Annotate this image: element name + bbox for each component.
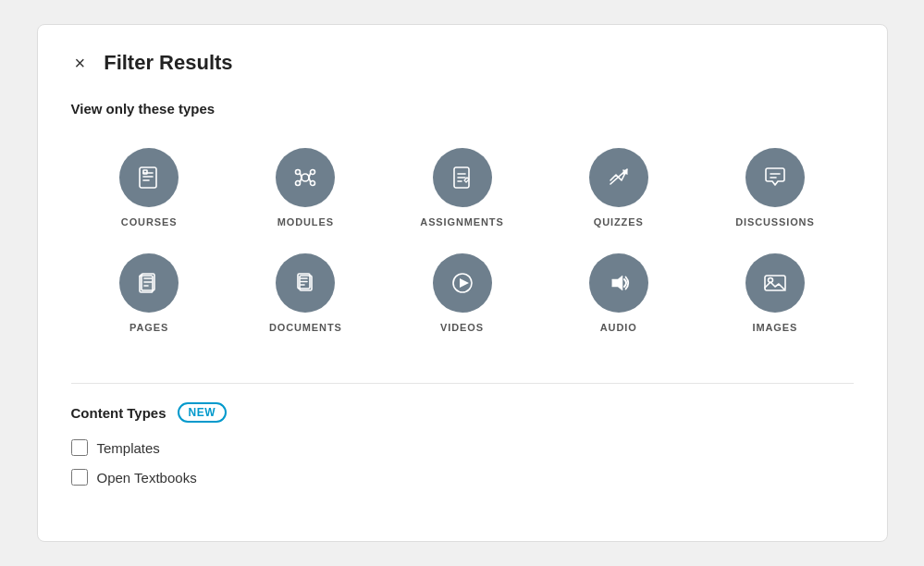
discussions-icon-circle	[745, 148, 805, 207]
checkbox-list: Templates Open Textbooks	[71, 439, 854, 486]
videos-icon-circle	[433, 253, 492, 313]
svg-rect-28	[140, 276, 153, 292]
templates-checkbox[interactable]	[71, 439, 88, 456]
filter-row-1: COURSES MODUL	[71, 139, 854, 237]
templates-checkbox-item[interactable]: Templates	[71, 439, 854, 456]
content-types-label: Content Types	[71, 405, 166, 421]
content-types-header: Content Types NEW	[71, 402, 854, 423]
images-icon-circle	[745, 253, 805, 313]
new-badge: NEW	[178, 402, 227, 423]
audio-icon-circle	[589, 253, 648, 313]
modules-label: MODULES	[277, 216, 334, 228]
pages-icon	[135, 269, 163, 297]
pages-icon-circle	[119, 253, 179, 313]
audio-icon	[605, 269, 633, 297]
filter-item-quizzes[interactable]: QUIZZES	[540, 139, 696, 237]
filter-item-modules[interactable]: MODULES	[228, 139, 384, 237]
panel-title: Filter Results	[104, 51, 232, 75]
filter-panel: × Filter Results View only these types C…	[37, 24, 888, 542]
discussions-icon	[761, 164, 789, 191]
modules-icon-circle	[276, 148, 335, 207]
panel-header: × Filter Results	[71, 51, 854, 75]
open-textbooks-checkbox[interactable]	[71, 469, 88, 486]
courses-icon	[135, 164, 163, 191]
filter-item-discussions[interactable]: DISCUSSIONS	[696, 139, 853, 237]
open-textbooks-checkbox-item[interactable]: Open Textbooks	[71, 469, 854, 486]
filter-item-videos[interactable]: VIDEOS	[384, 244, 540, 342]
svg-rect-0	[140, 167, 156, 188]
filter-grid: COURSES MODUL	[71, 139, 854, 350]
templates-label: Templates	[97, 440, 160, 456]
filter-item-assignments[interactable]: ASSIGNMENTS	[384, 139, 540, 237]
documents-icon	[291, 269, 319, 297]
filter-item-documents[interactable]: DOCUMENTS	[228, 244, 384, 342]
quizzes-label: QUIZZES	[594, 216, 644, 228]
courses-icon-circle	[119, 148, 179, 207]
filter-item-images[interactable]: IMAGES	[696, 244, 853, 342]
svg-point-5	[302, 174, 309, 181]
images-icon	[761, 269, 789, 297]
assignments-icon-circle	[433, 148, 492, 207]
videos-icon	[449, 269, 476, 297]
svg-line-13	[309, 178, 311, 182]
quizzes-icon	[605, 164, 633, 191]
assignments-label: ASSIGNMENTS	[420, 216, 503, 228]
svg-marker-36	[612, 276, 622, 290]
audio-label: AUDIO	[600, 322, 637, 333]
documents-label: DOCUMENTS	[269, 322, 342, 333]
modules-icon	[291, 164, 319, 191]
discussions-label: DISCUSSIONS	[735, 216, 814, 228]
view-types-label: View only these types	[71, 101, 854, 117]
filter-item-audio[interactable]: AUDIO	[540, 244, 696, 342]
assignments-icon	[449, 164, 476, 191]
videos-label: VIDEOS	[440, 322, 484, 333]
images-label: IMAGES	[753, 322, 798, 333]
svg-line-12	[301, 178, 302, 182]
section-divider	[71, 383, 854, 384]
filter-row-2: PAGES DOCUMENTS	[71, 244, 854, 342]
close-button[interactable]: ×	[71, 52, 90, 74]
quizzes-icon-circle	[589, 148, 648, 207]
filter-item-pages[interactable]: PAGES	[71, 244, 228, 342]
svg-marker-35	[460, 278, 469, 288]
open-textbooks-label: Open Textbooks	[97, 470, 197, 486]
pages-label: PAGES	[129, 322, 168, 333]
svg-rect-4	[143, 170, 147, 174]
filter-item-courses[interactable]: COURSES	[71, 139, 228, 237]
courses-label: COURSES	[121, 216, 178, 228]
documents-icon-circle	[276, 253, 335, 313]
